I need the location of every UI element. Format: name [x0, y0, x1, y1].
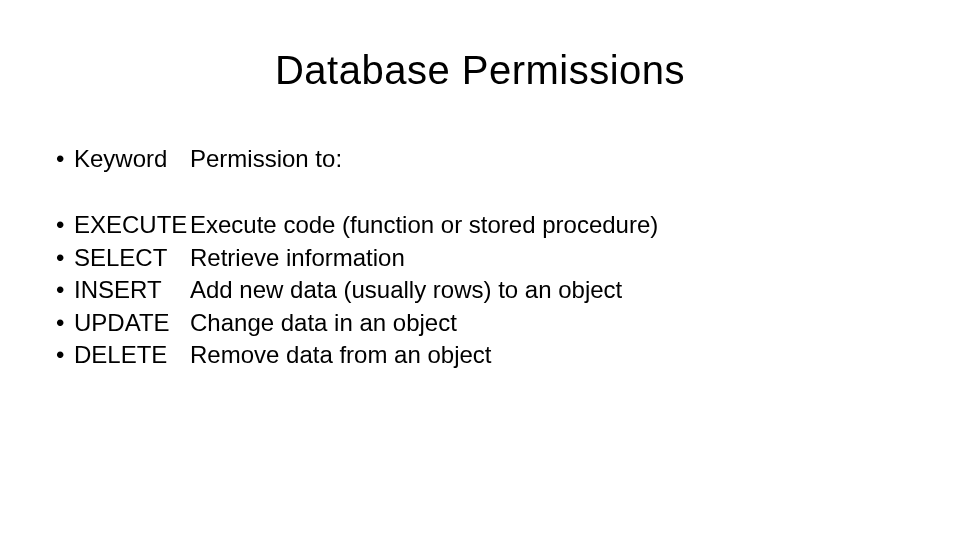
row-description: Retrieve information	[190, 242, 904, 274]
bullet-icon: •	[56, 209, 74, 241]
permission-row: • DELETE Remove data from an object	[56, 339, 904, 371]
row-keyword: EXECUTE	[74, 209, 190, 241]
row-description: Execute code (function or stored procedu…	[190, 209, 904, 241]
header-row: • Keyword Permission to:	[56, 143, 904, 175]
row-description: Remove data from an object	[190, 339, 904, 371]
header-description: Permission to:	[190, 143, 904, 175]
bullet-icon: •	[56, 339, 74, 371]
bullet-icon: •	[56, 242, 74, 274]
row-keyword: DELETE	[74, 339, 190, 371]
slide-title: Database Permissions	[56, 48, 904, 93]
row-description: Add new data (usually rows) to an object	[190, 274, 904, 306]
row-description: Change data in an object	[190, 307, 904, 339]
bullet-icon: •	[56, 307, 74, 339]
row-keyword: SELECT	[74, 242, 190, 274]
permission-row: • SELECT Retrieve information	[56, 242, 904, 274]
bullet-icon: •	[56, 274, 74, 306]
permission-row: • INSERT Add new data (usually rows) to …	[56, 274, 904, 306]
bullet-icon: •	[56, 143, 74, 175]
row-keyword: INSERT	[74, 274, 190, 306]
row-keyword: UPDATE	[74, 307, 190, 339]
slide: Database Permissions • Keyword Permissio…	[0, 0, 960, 371]
permission-row: • EXECUTE Execute code (function or stor…	[56, 209, 904, 241]
header-keyword: Keyword	[74, 143, 190, 175]
permission-row: • UPDATE Change data in an object	[56, 307, 904, 339]
content-body: • Keyword Permission to: • EXECUTE Execu…	[56, 143, 904, 371]
